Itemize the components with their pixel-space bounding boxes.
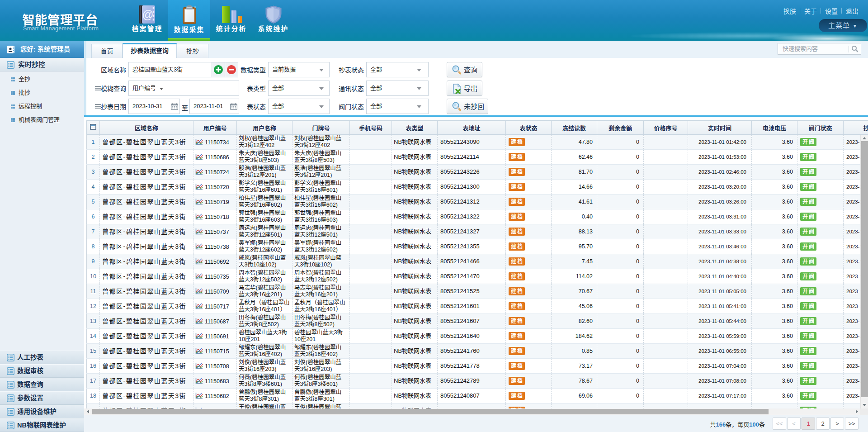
svg-text:@: @ — [142, 8, 153, 21]
